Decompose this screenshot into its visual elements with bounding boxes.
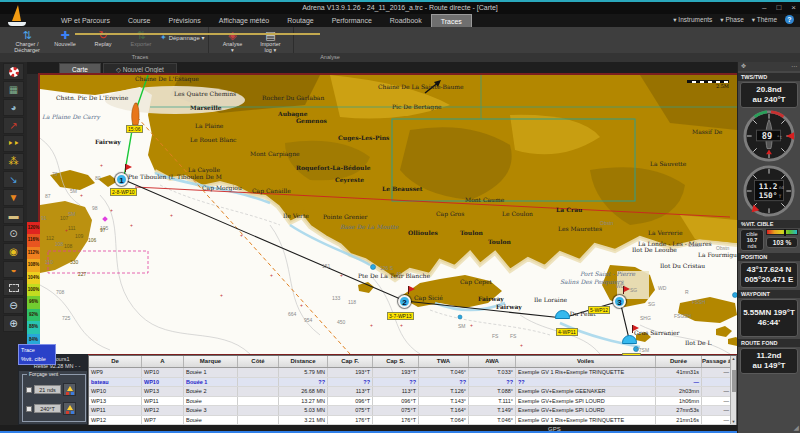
waypoint-marker-3[interactable]: 3 [613, 295, 626, 308]
buoys-icon[interactable]: ‣‣ [3, 135, 24, 152]
wind-dir-field[interactable]: 240°T [34, 404, 61, 413]
chart-icon[interactable]: ▦ [3, 81, 24, 98]
map-label: La Plaine De Carry [42, 114, 100, 120]
cell-de: bateau [89, 378, 142, 387]
importerlog--button[interactable]: ▤Importerlog ▾ [251, 28, 289, 53]
ribbon-tab-roadbook[interactable]: Roadbook [381, 14, 431, 27]
wind-speed-button[interactable] [63, 383, 76, 396]
table-row[interactable]: WP12WP7Bouée3.21 MN176°T176°TT.064°T.046… [89, 416, 736, 426]
wind-dir-checkbox[interactable] [26, 406, 32, 412]
exporter-button[interactable]: ⇅Exporter [122, 28, 160, 47]
svg-text:89: 89 [762, 131, 772, 141]
man-overboard-icon[interactable] [3, 63, 24, 80]
minimize-button[interactable]: – [762, 3, 766, 12]
cell-c-t- [238, 368, 279, 377]
circle-cone-icon[interactable]: ◒ [3, 261, 24, 278]
buoy-marker[interactable] [622, 335, 637, 344]
scale-chip-88: 88% [27, 321, 40, 333]
zoom-out-icon[interactable]: ⊖ [3, 297, 24, 314]
map-label: Obstn [716, 245, 729, 251]
table-row[interactable]: WP13WP11Bouée13.27 MN096°T096°TT.143°T.1… [89, 397, 736, 407]
column-header-c-t-[interactable]: Côté [238, 356, 279, 367]
ribbon-tab-routage[interactable]: Routage [278, 14, 322, 27]
nouvelle-button[interactable]: ✚Nouvelle [46, 28, 84, 47]
table-row[interactable]: bateauWP10Bouée 1????????????— [89, 378, 736, 388]
map-label: Base De La Moutte [340, 224, 398, 230]
table-row[interactable]: WP10WP13Bouée 226.68 MN113°T113°TT.126°T… [89, 387, 736, 397]
svg-text:11.2: 11.2 [759, 182, 778, 191]
table-scrollbar[interactable]: ▲ ▼ [730, 356, 736, 424]
column-header-voiles[interactable]: Voiles [516, 356, 656, 367]
cell-marque: Bouée 3 [184, 406, 238, 415]
eraser-icon[interactable]: ▬ [3, 207, 24, 224]
ribbon-tab-affichage-m-t-o[interactable]: Affichage météo [210, 14, 278, 27]
cell-de: WP10 [89, 387, 142, 396]
waypoint-marker-1[interactable]: 1 [115, 173, 128, 186]
boat-polar-icon[interactable]: ◕ [3, 99, 24, 116]
analyse--button[interactable]: ◈Analyse▾ [213, 28, 251, 53]
circle-pencil-icon[interactable]: ⊙ [3, 225, 24, 242]
chart-map[interactable]: +++ +++ +++ +++ +++ [38, 73, 739, 356]
help-icon[interactable]: ? [785, 15, 794, 24]
panel-menu-icon[interactable]: ⋯ [791, 62, 797, 71]
ribbon-group-label-traces: Traces [110, 54, 170, 60]
trace-legend: Trace %vit. cible [18, 344, 56, 365]
cone-route-icon[interactable]: ▼ [3, 189, 24, 206]
circle-buoys-icon[interactable]: ◉ [3, 243, 24, 260]
ribbon-tab-performance[interactable]: Performance [323, 14, 381, 27]
close-button[interactable]: × [791, 3, 796, 12]
new-trace-icon: ✚ [46, 29, 84, 41]
map-label: 106 [88, 237, 96, 243]
route-arrow-icon[interactable]: ↘ [3, 171, 24, 188]
map-label: 80 [95, 175, 101, 181]
column-header-passage-[interactable]: Passage à [702, 356, 732, 367]
column-header-de[interactable]: De [89, 356, 142, 367]
map-label: 954 [304, 317, 312, 323]
column-header-a[interactable]: A [142, 356, 184, 367]
column-header-twa[interactable]: TWA [419, 356, 469, 367]
panel-move-icon[interactable]: ✥ [741, 62, 746, 71]
zoom-in-icon[interactable]: ⊕ [3, 315, 24, 332]
view-control-instruments[interactable]: ▾ Instruments [673, 16, 712, 24]
resize-grip[interactable]: ◢ [794, 424, 799, 432]
wind-speed-field[interactable]: 21 nds [34, 385, 61, 394]
replay-button[interactable]: ↻Replay [84, 28, 122, 47]
map-label: Ilot De L [685, 340, 711, 346]
view-control-phase[interactable]: ▾ Phase [720, 16, 744, 24]
map-label: Cap Gros [436, 211, 464, 217]
column-header-distance[interactable]: Distance [279, 356, 328, 367]
ribbon-tab-pr-visions[interactable]: Prévisions [159, 14, 209, 27]
ribbon-tab-traces[interactable]: Traces [431, 14, 472, 27]
table-row[interactable]: WP9WP10Bouée 15.79 MN193°T193°TT.046°T.0… [89, 368, 736, 378]
cell-c-t- [238, 378, 279, 387]
map-label: 126 S [380, 265, 393, 271]
column-header-marque[interactable]: Marque [184, 356, 238, 367]
maximize-button[interactable]: □ [776, 3, 781, 12]
wind-dir-button[interactable] [63, 402, 76, 415]
waypoint-arrow-icon[interactable]: ↗ [3, 117, 24, 134]
d-pannage--button[interactable]: ✦Dépannage ▾ [160, 28, 204, 44]
map-label: 98 [92, 205, 98, 211]
view-control-thème[interactable]: ▾ Thème [752, 16, 777, 24]
buoys-route-icon[interactable]: ⁂ [3, 153, 24, 170]
ribbon-tab-course[interactable]: Course [119, 14, 160, 27]
cell-dur-e: — [656, 378, 702, 387]
ribbon-tab-wp-et-parcours[interactable]: WP et Parcours [52, 14, 119, 27]
cell-awa: T.046° [469, 416, 516, 425]
column-header-awa[interactable]: AWA [469, 356, 516, 367]
column-header-cap-s-[interactable]: Cap S. [373, 356, 419, 367]
table-row[interactable]: WP11WP12Bouée 35.03 MN075°T075°TT.164°T.… [89, 406, 736, 416]
cell-cap-f-: 176°T [328, 416, 373, 425]
cell-a: WP10 [142, 368, 184, 377]
cell-dur-e: 1h06mn [656, 397, 702, 406]
column-header-cap-f-[interactable]: Cap F. [328, 356, 373, 367]
column-header-dur-e[interactable]: Durée [656, 356, 702, 367]
app-logo-icon[interactable] [2, 2, 36, 42]
waypoint-label: WAYPOINT [738, 290, 800, 298]
waypoint-marker-2[interactable]: 2 [398, 295, 411, 308]
select-area-icon[interactable] [3, 279, 24, 296]
buoy-marker[interactable] [555, 310, 570, 319]
map-label: Fairway [95, 139, 121, 145]
wind-speed-checkbox[interactable] [26, 387, 32, 393]
cell-c-t- [238, 416, 279, 425]
